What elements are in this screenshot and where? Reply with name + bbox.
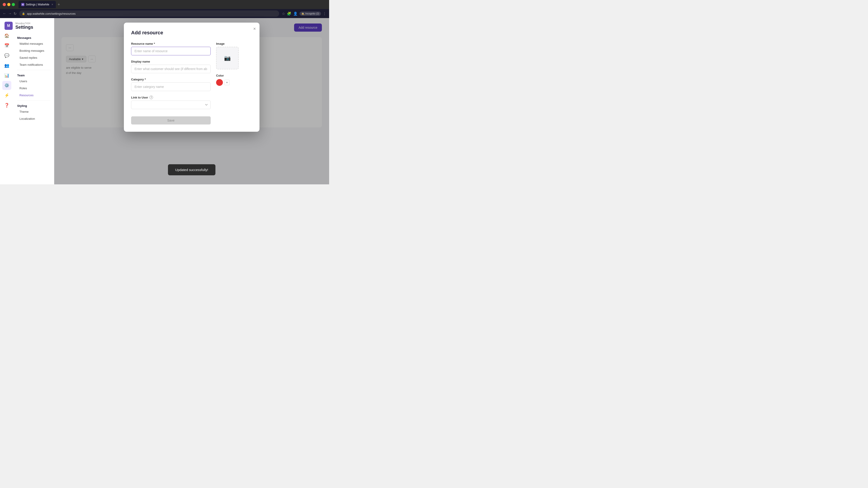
link-user-select[interactable]: [131, 101, 211, 109]
modal-close-button[interactable]: ×: [253, 26, 256, 31]
category-group: Category *: [131, 78, 211, 91]
image-label: Image: [216, 42, 252, 45]
close-window-button[interactable]: [3, 3, 6, 6]
category-label: Category *: [131, 78, 211, 81]
display-name-group: Display name: [131, 60, 211, 73]
window-controls[interactable]: [3, 3, 15, 6]
help-icon[interactable]: ?: [149, 96, 153, 99]
extensions-button[interactable]: 🧩: [287, 11, 291, 16]
resource-name-label: Resource name *: [131, 42, 211, 45]
sidebar-item-roles[interactable]: Roles: [17, 85, 51, 92]
main-content: Add resource ··· Available ▾ ··· are eli…: [54, 18, 329, 184]
sidebar-icons: 🏠 📅 💬 👥 📊 ⚙️ ⚡ ❓: [0, 29, 13, 111]
camera-icon: 📷: [224, 55, 231, 61]
lock-icon: 🔒: [22, 12, 25, 15]
menu-button[interactable]: ⋮: [323, 11, 327, 16]
browser-tabs: M Settings | Waitwhile × +: [19, 1, 61, 8]
link-user-group: Link to User ?: [131, 96, 211, 109]
incognito-badge: 🕵 Incognito (2): [300, 11, 321, 16]
sidebar-icon-calendar[interactable]: 📅: [2, 41, 11, 50]
new-tab-button[interactable]: +: [57, 2, 61, 7]
page-title: Settings: [16, 25, 33, 30]
form-layout: Resource name * Display name Category *: [131, 42, 252, 125]
sidebar-icon-chart[interactable]: 📊: [2, 71, 11, 80]
image-upload-area[interactable]: 📷: [216, 47, 239, 69]
sidebar-icon-chat[interactable]: 💬: [2, 51, 11, 60]
app-layout: M Moodjoy7434 Settings 🏠 📅 💬 👥 📊 ⚙️ ⚡ ❓ …: [0, 18, 329, 184]
tab-favicon: M: [21, 3, 24, 6]
color-swatch[interactable]: [216, 79, 223, 86]
toast-notification: Updated successfully!: [168, 164, 215, 175]
sidebar-item-booking-messages[interactable]: Booking messages: [17, 47, 51, 54]
tab-title: Settings | Waitwhile: [26, 3, 49, 6]
incognito-label: Incognito (2): [305, 12, 319, 15]
sidebar-item-localization[interactable]: Localization: [17, 116, 51, 122]
section-title-team: Team: [17, 72, 51, 78]
sidebar-item-theme[interactable]: Theme: [17, 108, 51, 115]
save-button[interactable]: Save: [131, 116, 211, 125]
org-info: Moodjoy7434 Settings: [16, 22, 33, 30]
link-user-label-row: Link to User ?: [131, 96, 211, 99]
sidebar-icon-home[interactable]: 🏠: [2, 31, 11, 40]
active-tab[interactable]: M Settings | Waitwhile ×: [19, 1, 56, 8]
sidebar-icon-settings[interactable]: ⚙️: [2, 81, 11, 90]
modal-title: Add resource: [131, 30, 252, 36]
sidebar-icon-help[interactable]: ❓: [2, 101, 11, 110]
incognito-icon: 🕵: [301, 12, 305, 15]
section-title-messages: Messages: [17, 34, 51, 40]
color-picker-row: ▾: [216, 79, 252, 86]
browser-chrome: M Settings | Waitwhile × +: [0, 0, 329, 9]
toast-message: Updated successfully!: [175, 168, 208, 172]
sidebar: M Moodjoy7434 Settings 🏠 📅 💬 👥 📊 ⚙️ ⚡ ❓ …: [0, 18, 54, 184]
color-section: Color ▾: [216, 74, 252, 86]
back-button[interactable]: ←: [3, 11, 6, 15]
sidebar-item-saved-replies[interactable]: Saved replies: [17, 55, 51, 61]
nav-buttons: ← → ↻: [3, 11, 17, 16]
sidebar-icon-users[interactable]: 👥: [2, 61, 11, 70]
sidebar-item-team-notifications[interactable]: Team notifications: [17, 61, 51, 68]
bookmark-button[interactable]: ☆: [282, 11, 285, 16]
avatar: M: [4, 22, 13, 30]
form-right: Image 📷 Color ▾: [216, 42, 252, 125]
profile-button[interactable]: 👤: [293, 11, 298, 16]
section-title-styling: Styling: [17, 102, 51, 108]
modal-overlay: × Add resource Resource name * Display n…: [54, 18, 329, 184]
address-bar: ← → ↻ 🔒 app.waitwhile.com/settings/resou…: [0, 9, 329, 18]
resource-name-input[interactable]: [131, 47, 211, 55]
display-name-label: Display name: [131, 60, 211, 63]
tab-close-button[interactable]: ×: [52, 3, 53, 6]
reload-button[interactable]: ↻: [13, 11, 17, 16]
add-resource-modal: × Add resource Resource name * Display n…: [124, 23, 259, 132]
link-user-text: Link to User: [131, 96, 148, 99]
org-name: Moodjoy7434: [16, 22, 33, 25]
maximize-window-button[interactable]: [12, 3, 15, 6]
form-left: Resource name * Display name Category *: [131, 42, 211, 125]
minimize-window-button[interactable]: [7, 3, 10, 6]
sidebar-item-resources[interactable]: Resources: [17, 92, 51, 98]
url-bar[interactable]: 🔒 app.waitwhile.com/settings/resources: [19, 10, 279, 17]
color-dropdown-button[interactable]: ▾: [224, 80, 230, 85]
sidebar-item-waitlist-messages[interactable]: Waitlist messages: [17, 40, 51, 47]
sidebar-content: Messages Waitlist messages Booking messa…: [13, 33, 54, 184]
browser-actions: ☆ 🧩 👤 🕵 Incognito (2) ⋮: [282, 11, 327, 16]
category-input[interactable]: [131, 83, 211, 91]
resource-name-group: Resource name *: [131, 42, 211, 55]
display-name-input[interactable]: [131, 65, 211, 73]
sidebar-item-users[interactable]: Users: [17, 78, 51, 85]
image-group: Image 📷: [216, 42, 252, 69]
url-text: app.waitwhile.com/settings/resources: [27, 12, 75, 15]
color-label: Color: [216, 74, 252, 77]
forward-button[interactable]: →: [8, 11, 12, 15]
sidebar-icon-lightning[interactable]: ⚡: [2, 91, 11, 100]
